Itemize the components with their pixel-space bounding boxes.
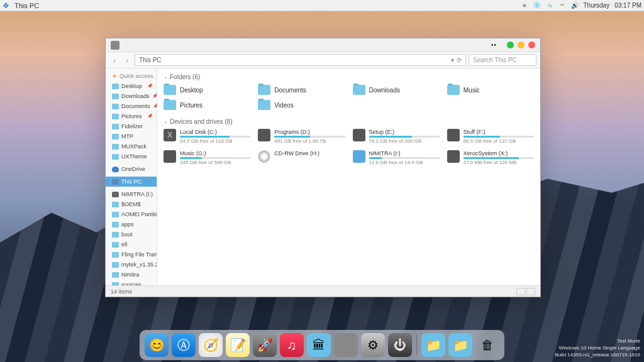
statusbar: 14 items [106,285,540,297]
close-button[interactable] [528,41,535,48]
drive-item[interactable]: Stuff (F:)66.5 GB free of 137 GB [446,128,535,145]
sidebar-item[interactable]: apps [106,219,157,229]
content-pane: ⌄Folders (6) DesktopDocumentsDownloadsMu… [157,69,540,285]
folder-icon [258,85,270,95]
menubar-time[interactable]: 03:17 PM [614,2,641,9]
folder-icon [164,85,176,95]
dock-mac[interactable] [334,333,358,357]
folder-item[interactable]: Videos [257,98,346,112]
sidebar-item[interactable]: AOMEI Partition Assistant [106,209,157,219]
drive-item[interactable]: Music (G:)345 GB free of 500 GB [162,149,252,167]
view-details-button[interactable] [516,288,525,295]
folder-icon [258,100,270,110]
sidebar-item[interactable]: Nimitra [106,270,157,280]
file-explorer-window: •• ‹ › This PC ▾⟳ Search This PC ★Quick … [105,38,541,297]
sidebar-item[interactable]: MUXPack [106,141,157,151]
drive-item[interactable]: Local Disk (C:)34.5 GB free of 118 GB [162,128,252,145]
minimize-button[interactable] [507,41,514,48]
sidebar: ★Quick access Desktop📌Downloads📌Document… [106,69,157,285]
drive-item[interactable]: XerocSystem (X:)27.0 MB free of 126 MB [446,149,535,167]
search-input[interactable]: Search This PC [469,54,536,66]
folders-header[interactable]: ⌄Folders (6) [162,71,535,83]
sidebar-item[interactable]: Fling File Transfer Setup [106,250,157,260]
search-placeholder: Search This PC [473,57,517,63]
sidebar-item[interactable]: Downloads📌 [106,91,157,101]
tray-icon-wifi[interactable]: ⌔ [558,2,566,9]
sidebar-this-pc[interactable]: This PC [106,177,157,187]
sidebar-onedrive[interactable]: OneDrive [106,164,157,174]
sidebar-item[interactable]: mytek_v1.35.22_setup [106,260,157,270]
address-dropdown-icon[interactable]: ▾ [451,57,454,63]
folder-icon [164,100,176,110]
toolbar: ‹ › This PC ▾⟳ Search This PC [106,52,540,69]
drive-icon [164,129,176,141]
dock: 😊 Ⓐ 🧭 📝 🚀 ♫ 🏛 ⚙ ⏻ 📁 📁 🗑 [140,330,504,360]
folder-item[interactable]: Downloads [352,83,441,97]
dock-settings[interactable]: ⚙ [361,333,385,357]
sidebar-item[interactable]: MTP [106,131,157,141]
titlebar-dots: •• [491,41,497,48]
sidebar-item[interactable]: Fidelizer [106,121,157,131]
drive-item[interactable]: CD-RW Drive (H:) [257,149,346,167]
sidebar-item[interactable]: Documents📌 [106,101,157,111]
tray-icon-network[interactable]: ∿ [546,2,553,9]
dock-separator [416,335,417,355]
dock-notes[interactable]: 📝 [226,333,250,357]
sidebar-item[interactable]: boot [106,229,157,239]
menubar-day[interactable]: Thursday [584,2,610,9]
folder-item[interactable]: Music [446,83,535,97]
drives-header[interactable]: ⌄Devices and drives (8) [162,116,535,128]
drive-icon [164,150,176,163]
sidebar-item[interactable]: $OEM$ [106,199,157,209]
folder-icon [447,85,460,95]
address-bar[interactable]: This PC ▾⟳ [135,54,466,66]
sidebar-item[interactable]: sources [106,280,157,285]
folder-item[interactable]: Documents [257,83,346,97]
tray-icon-volume[interactable]: 🔊 [571,2,579,9]
sidebar-nimitra[interactable]: NIMITRA (I:) [106,189,157,199]
status-text: 14 items [111,288,132,295]
titlebar[interactable]: •• [106,38,540,52]
drive-item[interactable]: NIMITRA (I:)11.8 GB free of 14.4 GB [352,149,441,167]
address-text: This PC [139,57,162,63]
menubar: ❖ This PC ⎆ Ⓢ ∿ ⌔ 🔊 Thursday 03:17 PM [0,0,644,11]
sidebar-item[interactable]: Pictures📌 [106,111,157,121]
sidebar-item[interactable]: efi [106,239,157,250]
apple-menu-icon[interactable]: ❖ [3,1,9,10]
drive-icon [447,129,460,141]
drive-icon [258,150,270,163]
sidebar-quick-access[interactable]: ★Quick access [106,71,157,81]
folder-item[interactable]: Desktop [162,83,252,97]
back-button[interactable]: ‹ [109,55,119,65]
sidebar-item[interactable]: Desktop📌 [106,81,157,91]
dock-folder3[interactable]: 📁 [448,333,472,357]
folder-item[interactable]: Pictures [162,98,252,112]
dock-appstore[interactable]: Ⓐ [172,333,196,357]
folder-icon [353,85,365,95]
view-icons-button[interactable] [526,288,535,295]
drive-icon [353,150,365,163]
maximize-button[interactable] [518,41,525,48]
drive-icon [258,129,270,141]
tray-icon-1[interactable]: ⎆ [521,2,528,9]
dock-power[interactable]: ⏻ [388,333,412,357]
watermark: Test Mode Windows 10 Home Single Languag… [555,337,640,358]
window-icon [111,41,119,50]
dock-folder2[interactable]: 📁 [421,333,445,357]
dock-itunes[interactable]: ♫ [280,333,304,357]
forward-button[interactable]: › [122,55,132,65]
tray-icon-skype[interactable]: Ⓢ [533,2,541,9]
drive-item[interactable]: Programs (D:)491 GB free of 1.00 TB [257,128,346,145]
dock-folder1[interactable]: 🏛 [307,333,331,357]
sidebar-item[interactable]: UXTheme [106,151,157,162]
drive-item[interactable]: Setup (E:)78.1 GB free of 200 GB [352,128,441,145]
dock-safari[interactable]: 🧭 [199,333,223,357]
dock-launchpad[interactable]: 🚀 [253,333,277,357]
dock-trash[interactable]: 🗑 [475,333,499,357]
refresh-icon[interactable]: ⟳ [457,57,462,63]
drive-icon [353,129,365,141]
menubar-title[interactable]: This PC [14,2,39,9]
dock-finder[interactable]: 😊 [145,333,169,357]
drive-icon [447,150,460,163]
